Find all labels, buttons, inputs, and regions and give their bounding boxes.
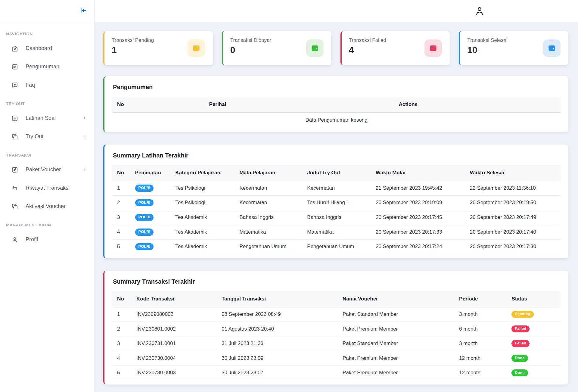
- table-row: 2POLRITes PsikologiKecermatanTes Huruf H…: [112, 195, 561, 210]
- column-header: Perihal: [179, 97, 256, 113]
- column-header: No: [112, 165, 130, 181]
- table-header-row: NoPeminatanKategori PelajaranMata Pelaja…: [112, 165, 561, 181]
- chevron-left-icon: [82, 167, 87, 173]
- table-cell: 22 September 2023 11:36:10: [465, 181, 561, 196]
- column-header: No: [112, 291, 132, 307]
- column-header: Nama Voucher: [338, 291, 454, 307]
- table-cell: Paket Premium Member: [338, 322, 454, 336]
- stat-card: Transaksi Failed 4: [340, 31, 450, 65]
- sidebar-item-profil[interactable]: Profil: [0, 230, 94, 249]
- table-cell: 30 Juli 2023 23:07: [217, 366, 338, 380]
- sidebar-collapse-button[interactable]: [79, 6, 88, 15]
- user-profile-button[interactable]: [473, 4, 486, 17]
- table-row: 3POLRITes AkademikBahasa InggrisBahasa I…: [112, 210, 561, 225]
- status-badge: Failed: [511, 325, 530, 333]
- table-cell: 20 September 2023 20:17:40: [465, 225, 561, 239]
- transaksi-table: NoKode TransaksiTanggal TransaksiNama Vo…: [112, 291, 561, 380]
- topbar-divider: [465, 0, 465, 21]
- table-header-row: NoPerihalActions: [112, 97, 561, 113]
- status-badge: Pending: [511, 311, 533, 318]
- table-cell: INV.230731.0001: [132, 336, 217, 351]
- sidebar-item-dashboard[interactable]: Dashboard: [0, 39, 94, 58]
- table-cell: 1: [112, 181, 130, 196]
- person-icon: [11, 236, 18, 243]
- sidebar-item-label: Dashboard: [26, 45, 87, 51]
- table-cell: POLRI: [130, 210, 171, 225]
- column-header: Actions: [256, 97, 561, 113]
- sidebar-item-try-out[interactable]: Try Out: [0, 127, 94, 146]
- announcement-icon: [11, 63, 18, 70]
- faq-icon: [11, 82, 18, 89]
- table-cell: Tes Akademik: [171, 225, 235, 239]
- nav-section-label: TRANSAKSI: [0, 146, 94, 160]
- peminatan-badge: POLRI: [135, 199, 154, 207]
- sidebar-item-riwayat-transaksi[interactable]: Riwayat Transaksi: [0, 179, 94, 197]
- main-content: Transaksi Pending 1 Transaksi Dibayar 0 …: [94, 22, 578, 392]
- nav-section-label: MANAGEMENT AKUN: [0, 216, 94, 230]
- table-cell: 6 month: [454, 322, 507, 336]
- table-cell: Kecermatan: [235, 195, 302, 210]
- table-cell: Pending: [507, 307, 561, 322]
- stat-card: Transaksi Selesai 10: [459, 31, 568, 65]
- table-cell: 20 September 2023 20:17:45: [371, 210, 465, 225]
- table-cell: 20 September 2023 20:17:24: [371, 239, 465, 254]
- table-cell: 1: [112, 307, 132, 322]
- table-cell: 01 Agustus 2023 20:40: [217, 322, 338, 336]
- sidebar-item-paket-voucher[interactable]: Paket Voucher: [0, 160, 94, 179]
- empty-state-text: Data Pengumuman kosong: [112, 113, 561, 128]
- sidebar-item-faq[interactable]: Faq: [0, 76, 94, 94]
- status-badge: Done: [511, 355, 528, 362]
- table-cell: Done: [507, 351, 561, 366]
- table-cell: 30 Juli 2023 23:09: [217, 351, 338, 366]
- table-cell: 2: [112, 195, 130, 210]
- table-cell: 12 month: [454, 366, 507, 380]
- table-cell: Pengetahuan Umum: [302, 239, 371, 254]
- table-cell: Failed: [507, 322, 561, 336]
- wallet-icon: [188, 39, 205, 57]
- sidebar-item-label: Latihan Soal: [26, 115, 82, 121]
- table-cell: INV.230730.0004: [132, 351, 217, 366]
- table-cell: Kecermatan: [302, 181, 371, 196]
- wallet-icon: [306, 39, 324, 57]
- table-cell: Bahasa Inggris: [235, 210, 302, 225]
- table-cell: Matematika: [302, 225, 371, 239]
- sidebar-item-pengumuman[interactable]: Pengumuman: [0, 58, 94, 76]
- latihan-panel: Summary Latihan Terakhir NoPeminatanKate…: [103, 145, 568, 258]
- sidebar-item-latihan-soal[interactable]: Latihan Soal: [0, 109, 94, 127]
- column-header: Mata Pelajaran: [235, 165, 302, 181]
- chevron-left-icon: [82, 116, 87, 121]
- table-cell: Paket Standard Member: [338, 307, 454, 322]
- table-cell: INV.230730.0003: [132, 366, 217, 380]
- table-cell: POLRI: [130, 195, 171, 210]
- copy-icon: [11, 203, 18, 210]
- status-badge: Failed: [511, 340, 530, 347]
- table-row: 4INV.230730.000430 Juli 2023 23:09Paket …: [112, 351, 561, 366]
- table-cell: POLRI: [130, 225, 171, 239]
- column-header: Status: [507, 291, 561, 307]
- table-cell: 2: [112, 322, 132, 336]
- sidebar-item-label: Pengumuman: [26, 64, 87, 70]
- pengumuman-panel: Pengumuman NoPerihalActionsData Pengumum…: [103, 76, 568, 132]
- sidebar-item-aktivasi-voucher[interactable]: Aktivasi Voucher: [0, 197, 94, 216]
- column-header: Kategori Pelajaran: [171, 165, 235, 181]
- table-cell: Paket Premium Member: [338, 351, 454, 366]
- stat-card: Transaksi Pending 1: [103, 31, 213, 65]
- table-cell: POLRI: [130, 239, 171, 254]
- table-cell: 20 September 2023 20:19:50: [465, 195, 561, 210]
- sidebar-nav: NAVIGATIONDashboardPengumumanFaqTRY OUTL…: [0, 22, 94, 249]
- table-cell: Tes Akademik: [171, 239, 235, 254]
- table-row: 4POLRITes AkademikMatematikaMatematika20…: [112, 225, 561, 239]
- chevron-left-icon: [82, 134, 87, 139]
- column-header: Kode Transaksi: [132, 291, 217, 307]
- table-cell: Bahasa Inggris: [302, 210, 371, 225]
- table-cell: Paket Premium Member: [338, 366, 454, 380]
- table-cell: 12 month: [454, 351, 507, 366]
- table-cell: POLRI: [130, 181, 171, 196]
- table-cell: 20 September 2023 20:17:33: [371, 225, 465, 239]
- table-cell: Matematika: [235, 225, 302, 239]
- table-cell: 20 September 2023 20:17:30: [465, 239, 561, 254]
- topbar: [94, 0, 578, 22]
- table-cell: 3: [112, 336, 132, 351]
- latihan-title: Summary Latihan Terakhir: [113, 152, 561, 159]
- table-cell: 08 September 2023 08:49: [217, 307, 338, 322]
